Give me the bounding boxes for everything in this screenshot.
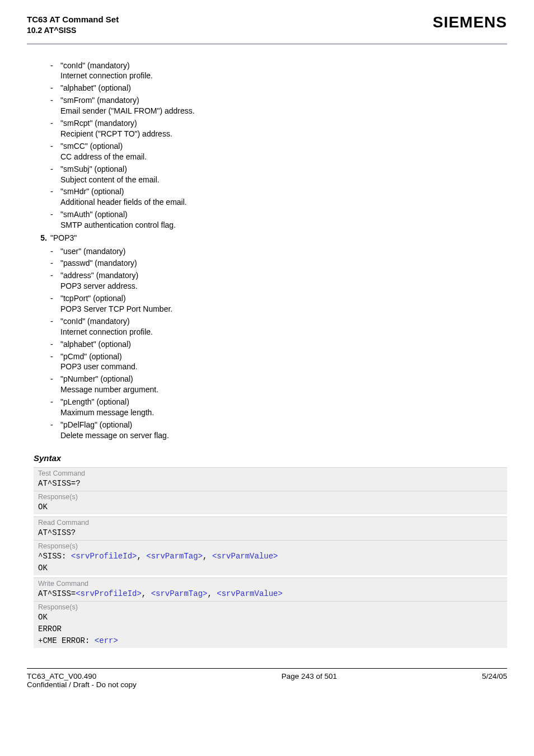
footer-doc-id: TC63_ATC_V00.490 [27, 672, 137, 680]
list-item: -"pLength" (optional)Maximum message len… [50, 397, 507, 418]
list-item: -"pNumber" (optional)Message number argu… [50, 374, 507, 395]
list-number-label: "POP3" [50, 233, 77, 244]
list-item-desc: CC address of the email. [60, 152, 147, 161]
list-item-term: "conId" (mandatory) [60, 317, 130, 326]
dash-bullet: - [50, 339, 60, 350]
list-item-term: "smSubj" (optional) [60, 165, 127, 173]
list-item-term: "alphabet" (optional) [60, 340, 131, 349]
response-label-2: Response(s) [38, 542, 503, 551]
dash-bullet: - [50, 164, 60, 175]
response-label: Response(s) [38, 492, 503, 501]
list-item-term: "smCC" (optional) [60, 142, 123, 151]
param-list-smtp: -"conId" (mandatory)Internet connection … [50, 60, 507, 231]
dash-bullet: - [50, 270, 60, 281]
dash-bullet: - [50, 258, 60, 269]
list-item-term: "passwd" (mandatory) [60, 259, 137, 267]
list-item: -"smSubj" (optional)Subject content of t… [50, 164, 507, 185]
list-item-body: "pNumber" (optional)Message number argum… [60, 374, 507, 395]
list-item-term: "conId" (mandatory) [60, 61, 130, 70]
dash-bullet: - [50, 209, 60, 220]
list-item-desc: Message number argument. [60, 385, 158, 394]
list-item-body: "smRcpt" (mandatory)Recipient ("RCPT TO"… [60, 118, 507, 139]
response-cme: +CME ERROR: <err> [38, 635, 503, 647]
param-srvparmvalue: <srvParmValue> [212, 552, 278, 561]
list-item-body: "pCmd" (optional)POP3 user command. [60, 351, 507, 373]
response-label-3: Response(s) [38, 603, 503, 612]
list-item-term: "address" (mandatory) [60, 271, 138, 280]
test-response-section: Response(s) OK [34, 491, 507, 514]
list-item-body: "alphabet" (optional) [60, 339, 507, 350]
param-srvparmtag: <srvParmTag> [146, 552, 203, 561]
write-response-section: Response(s) OK ERROR +CME ERROR: <err> [34, 602, 507, 648]
dash-bullet: - [50, 420, 60, 430]
list-item-desc: SMTP authentication control flag. [60, 220, 176, 229]
param-srvparmtag-2: <srvParmTag> [151, 589, 208, 598]
list-item: -"alphabet" (optional) [50, 339, 507, 350]
list-item-desc: Internet connection profile. [60, 327, 153, 336]
list-item-term: "smHdr" (optional) [60, 187, 124, 196]
list-item-desc: Maximum message length. [60, 408, 154, 417]
param-srvprofileid-2: <srvProfileId> [76, 589, 142, 598]
header-divider [27, 43, 507, 45]
list-number: 5. [39, 233, 50, 244]
list-item-body: "conId" (mandatory)Internet connection p… [60, 316, 507, 337]
comma: , [207, 589, 217, 598]
list-item-desc: Subject content of the email. [60, 175, 160, 184]
list-item-desc: POP3 user command. [60, 362, 138, 371]
list-item-body: "conId" (mandatory)Internet connection p… [60, 60, 507, 82]
footer-confidential: Confidential / Draft - Do not copy [27, 680, 137, 689]
list-item-body: "address" (mandatory)POP3 server address… [60, 270, 507, 292]
param-list-pop3: -"user" (mandatory)-"passwd" (mandatory)… [50, 246, 507, 441]
brand-logo: SIEMENS [433, 13, 507, 31]
list-item-desc: Email sender ("MAIL FROM") address. [60, 106, 195, 115]
list-item-term: "user" (mandatory) [60, 247, 126, 256]
syntax-test-block: Test Command AT^SISS=? Response(s) OK [34, 467, 507, 514]
footer-date: 5/24/05 [482, 672, 507, 689]
list-item-term: "tcpPort" (optional) [60, 294, 126, 303]
doc-title: TC63 AT Command Set [27, 13, 119, 25]
doc-section: 10.2 AT^SISS [27, 25, 119, 36]
list-item: -"address" (mandatory)POP3 server addres… [50, 270, 507, 292]
read-response-section: Response(s) ^SISS: <srvProfileId>, <srvP… [34, 541, 507, 575]
list-item-body: "tcpPort" (optional)POP3 Server TCP Port… [60, 293, 507, 314]
param-err: <err> [95, 636, 118, 645]
page-header: TC63 AT Command Set 10.2 AT^SISS SIEMENS [27, 13, 507, 43]
dash-bullet: - [50, 374, 60, 384]
write-command-text: AT^SISS=<srvProfileId>, <srvParmTag>, <s… [38, 588, 503, 600]
dash-bullet: - [50, 316, 60, 327]
list-item: -"smCC" (optional)CC address of the emai… [50, 141, 507, 162]
response-ok-3: OK [38, 612, 503, 623]
dash-bullet: - [50, 351, 60, 362]
footer-page: Page 243 of 501 [282, 672, 337, 689]
list-item-desc: Recipient ("RCPT TO") address. [60, 129, 172, 138]
syntax-write-block: Write Command AT^SISS=<srvProfileId>, <s… [34, 577, 507, 648]
param-srvparmvalue-2: <srvParmValue> [217, 589, 283, 598]
list-item-body: "pLength" (optional)Maximum message leng… [60, 397, 507, 418]
dash-bullet: - [50, 95, 60, 106]
list-item: -"conId" (mandatory)Internet connection … [50, 316, 507, 337]
list-item-body: "passwd" (mandatory) [60, 258, 507, 269]
response-ok-2: OK [38, 562, 503, 574]
dash-bullet: - [50, 186, 60, 197]
dash-bullet: - [50, 293, 60, 304]
write-command-label: Write Command [38, 579, 503, 588]
list-item-term: "smFrom" (mandatory) [60, 96, 139, 105]
syntax-heading: Syntax [34, 453, 507, 463]
list-item-body: "smAuth" (optional)SMTP authentication c… [60, 209, 507, 231]
test-command-text: AT^SISS=? [38, 478, 503, 490]
list-item-term: "pCmd" (optional) [60, 352, 122, 361]
response-error: ERROR [38, 623, 503, 635]
list-item: -"pCmd" (optional)POP3 user command. [50, 351, 507, 373]
test-command-label: Test Command [38, 469, 503, 478]
list-item-desc: POP3 Server TCP Port Number. [60, 304, 172, 313]
list-item: -"smFrom" (mandatory)Email sender ("MAIL… [50, 95, 507, 116]
list-item: -"tcpPort" (optional)POP3 Server TCP Por… [50, 293, 507, 314]
list-item-term: "smAuth" (optional) [60, 210, 128, 219]
list-item-body: "smSubj" (optional)Subject content of th… [60, 164, 507, 185]
read-command-text: AT^SISS? [38, 527, 503, 539]
content-area: -"conId" (mandatory)Internet connection … [27, 60, 507, 648]
list-item: -"smHdr" (optional)Additional header fie… [50, 186, 507, 208]
dash-bullet: - [50, 118, 60, 129]
write-command-section: Write Command AT^SISS=<srvProfileId>, <s… [34, 577, 507, 602]
list-item-body: "smHdr" (optional)Additional header fiel… [60, 186, 507, 208]
